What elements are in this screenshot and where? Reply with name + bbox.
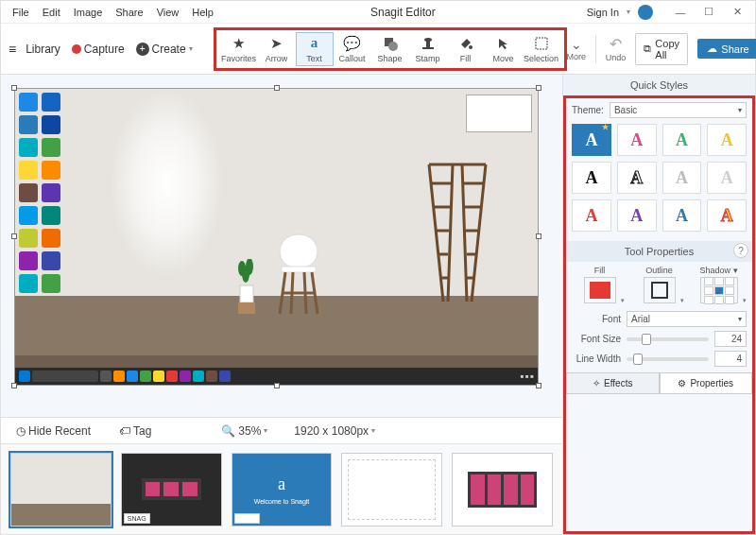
undo-button[interactable]: ↶Undo [606,35,627,62]
tool-arrow[interactable]: ➤Arrow [258,32,296,66]
magnifier-icon: 🔍 [221,424,235,438]
svg-point-16 [242,266,249,283]
quick-styles-header: Quick Styles [563,75,755,95]
tool-properties-header: Tool Properties ? [566,241,752,262]
close-button[interactable]: ✕ [725,4,749,21]
thumbnail-1[interactable] [10,453,112,526]
fontsize-slider[interactable] [627,337,709,341]
dimensions-dropdown[interactable]: 1920 x 1080px▾ [288,423,381,440]
outline-color-picker[interactable] [644,277,676,303]
status-bar: ◷Hide Recent 🏷Tag 🔍35%▾ 1920 x 1080px▾ [1,417,562,443]
tool-selection[interactable]: Selection [523,32,560,66]
tool-stamp[interactable]: Stamp [409,32,447,66]
svg-rect-6 [536,38,547,49]
style-swatch[interactable]: A [662,199,702,232]
copy-all-button[interactable]: ⧉Copy All [635,33,688,65]
style-swatch[interactable]: A [707,162,747,194]
share-button[interactable]: ☁Share [697,39,756,59]
shadow-picker[interactable]: ✓ [700,277,738,303]
fill-label: Fill [594,266,606,275]
divider [595,35,596,63]
menu-file[interactable]: File [7,5,35,20]
linewidth-slider[interactable] [627,357,709,361]
wand-icon: ✧ [593,378,600,388]
thumbnail-2[interactable]: SNAG [121,453,222,526]
desktop-icons [19,93,64,293]
menu-help[interactable]: Help [186,5,219,20]
properties-tab[interactable]: ⚙Properties [660,372,753,394]
right-panel: Quick Styles Theme: Basic▾ A A A A A A A… [562,75,755,534]
canvas-image[interactable]: ■ ■ ■ [14,88,539,386]
plus-circle-icon: + [136,43,149,56]
stamp-icon [421,35,435,52]
style-swatch[interactable]: A [707,199,747,232]
svg-point-4 [424,38,432,42]
hide-recent-button[interactable]: ◷Hide Recent [10,423,96,440]
snag-badge: SNAG [234,513,261,524]
style-swatch[interactable]: A [707,124,747,156]
tool-callout[interactable]: 💬Callout [334,32,371,66]
ladder-object [420,155,495,306]
linewidth-label: Line Width [572,354,621,364]
tool-fill[interactable]: Fill [447,32,485,66]
hamburger-icon[interactable]: ≡ [9,42,16,57]
svg-point-5 [469,45,472,49]
fontsize-input[interactable]: 24 [714,331,747,347]
app-window: File Edit Image Share View Help Snagit E… [0,0,756,535]
font-label: Font [572,314,621,324]
style-swatch[interactable]: A [617,199,657,232]
canvas-area[interactable]: ■ ■ ■ [1,75,562,417]
thumbnail-3[interactable]: aWelcome to SnagitSNAG [232,453,333,526]
create-button[interactable]: +Create▾ [130,41,198,58]
sign-in-link[interactable]: Sign In [587,7,619,18]
marquee-icon [535,35,548,52]
style-swatch[interactable]: A [572,124,611,156]
user-avatar-icon[interactable] [638,5,653,20]
font-dropdown[interactable]: Arial▾ [627,311,747,327]
style-swatch[interactable]: A [662,124,702,156]
style-swatch[interactable]: A [662,162,702,194]
maximize-button[interactable]: ☐ [696,4,721,21]
menu-view[interactable]: View [151,5,185,20]
style-swatch[interactable]: A [572,162,611,194]
linewidth-input[interactable]: 4 [714,351,747,367]
copy-icon: ⧉ [644,43,651,55]
window-title: Snagit Editor [219,6,587,19]
menu-share[interactable]: Share [110,5,148,20]
more-button[interactable]: ⌄More [567,37,587,61]
thumbnail-4[interactable] [341,453,442,526]
style-swatch[interactable]: A [617,124,657,156]
theme-dropdown[interactable]: Basic▾ [610,102,747,118]
zoom-dropdown[interactable]: 🔍35%▾ [215,423,273,440]
thumbnail-5[interactable] [452,453,553,526]
help-button[interactable]: ? [733,243,748,258]
minimize-button[interactable]: — [668,4,693,21]
text-a-icon: a [311,35,318,52]
svg-rect-17 [240,285,253,302]
main-toolbar: ≡ Library Capture +Create▾ ★Favorites ➤A… [1,24,755,75]
svg-point-1 [388,42,398,51]
clock-icon: ◷ [16,424,26,438]
tool-shape[interactable]: Shape [371,32,409,66]
capture-button[interactable]: Capture [66,41,130,58]
menu-image[interactable]: Image [68,5,109,20]
cursor-arrow-icon: ➤ [270,35,283,52]
tag-icon: 🏷 [119,424,130,438]
tool-favorites[interactable]: ★Favorites [220,32,258,66]
shape-icon [383,35,398,52]
menu-edit[interactable]: Edit [37,5,66,20]
tool-move[interactable]: Move [485,32,523,66]
style-swatch[interactable]: A [617,162,657,194]
effects-tab[interactable]: ✧Effects [566,372,660,394]
tool-text[interactable]: aText [296,32,334,66]
fill-color-picker[interactable] [584,277,616,303]
chevron-down-icon: ⌄ [571,37,582,52]
star-icon: ★ [232,35,245,52]
library-button[interactable]: Library [20,41,66,58]
tag-button[interactable]: 🏷Tag [113,423,157,440]
menu-bar: File Edit Image Share View Help [7,5,219,20]
title-bar: File Edit Image Share View Help Snagit E… [1,1,755,24]
style-swatch[interactable]: A [572,199,611,232]
tools-strip: ★Favorites ➤Arrow aText 💬Callout Shape S… [214,27,567,71]
fontsize-label: Font Size [572,334,621,344]
